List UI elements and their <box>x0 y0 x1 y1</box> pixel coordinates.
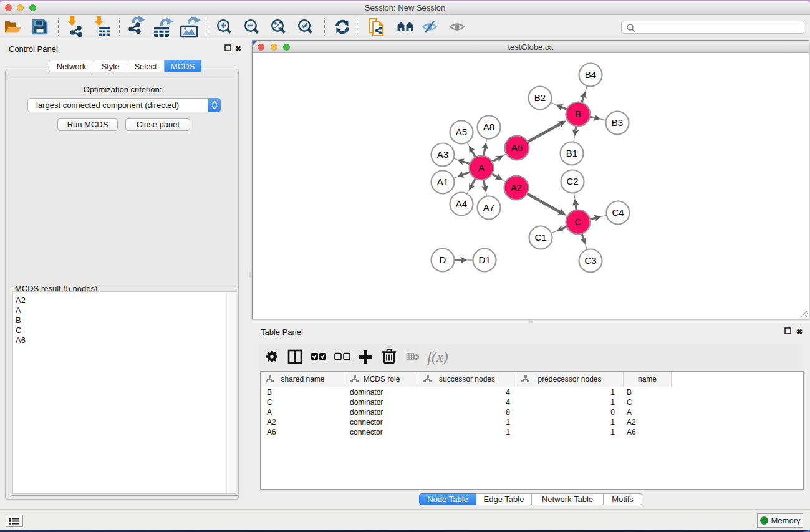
svg-text:C: C <box>575 216 582 227</box>
svg-text:A2: A2 <box>511 182 522 193</box>
svg-text:C4: C4 <box>612 207 624 218</box>
svg-text:A6: A6 <box>511 142 523 153</box>
svg-text:B2: B2 <box>534 92 546 103</box>
svg-text:C1: C1 <box>534 232 546 243</box>
svg-text:f(x): f(x) <box>427 349 448 365</box>
svg-text:A3: A3 <box>437 149 448 160</box>
svg-text:A8: A8 <box>483 122 494 132</box>
svg-text:B4: B4 <box>585 69 596 80</box>
svg-text:D1: D1 <box>478 254 490 265</box>
svg-text:A7: A7 <box>483 202 494 213</box>
svg-text:A5: A5 <box>456 127 467 137</box>
svg-text:C3: C3 <box>584 255 596 266</box>
svg-text:A4: A4 <box>456 198 467 209</box>
svg-text:B1: B1 <box>566 148 577 158</box>
svg-text:C2: C2 <box>566 176 578 186</box>
svg-text:A: A <box>478 162 485 173</box>
svg-text:D: D <box>440 254 446 265</box>
svg-text:B: B <box>575 109 581 119</box>
svg-text:B3: B3 <box>612 117 623 128</box>
svg-text:A1: A1 <box>437 177 448 187</box>
